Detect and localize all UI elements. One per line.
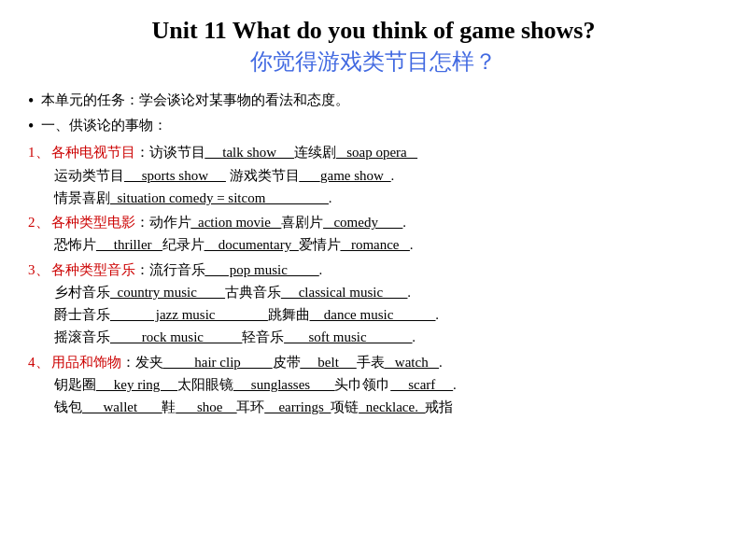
section-3-text-4a: 摇滚音乐	[54, 327, 110, 348]
title-en: Unit 11 What do you think of game shows?	[28, 17, 719, 45]
section-4-text-1c: 手表	[357, 352, 385, 373]
section-2-num: 2、	[28, 212, 49, 233]
section-3-row-2: 乡村音乐 _country music____ 古典音乐 __ classica…	[28, 282, 719, 303]
section-3-countrymusic: _country music____	[110, 282, 225, 303]
section-1-sitcom: _situation comedy = sitcom_________	[110, 188, 329, 209]
section-1-row-2: 运动类节目__ sports show __ 游戏类节目___game show…	[28, 165, 719, 187]
section-4-text-2a: 钥匙圈	[54, 374, 96, 396]
section-4-row-1: 4、用品和饰物：发夹____ hair clip ____ 皮带 __ belt…	[28, 352, 719, 373]
section-4-sunglasses: __ sunglasses ___	[233, 374, 334, 396]
section-3-text-2c: .	[407, 282, 411, 303]
section-4-text-3c: 耳环	[236, 397, 264, 418]
section-3-label: 各种类型音乐	[51, 259, 135, 281]
section-4-text-3a: 钱包	[54, 397, 82, 418]
section-1-gameshow: ___game show_	[300, 165, 391, 187]
section-1-row-3: 情景喜剧_situation comedy = sitcom_________.	[28, 188, 719, 209]
section-3-jazzmusic: ______ jazz music _______	[110, 304, 268, 326]
section-4-text-2d: .	[453, 374, 457, 396]
section-2-documentary: __documentary_	[204, 234, 299, 256]
section-2-romance: _ romance _	[341, 234, 410, 256]
section-4-hairclip: ____ hair clip ____	[163, 352, 273, 373]
section-2-text-1b: 喜剧片	[281, 212, 323, 233]
bullet-text-2: 一、供谈论的事物：	[41, 115, 167, 136]
section-4-text-2b: 太阳眼镜	[177, 374, 233, 396]
bullet-text-1: 本单元的任务：学会谈论对某事物的看法和态度。	[41, 90, 349, 111]
section-2-text-2a: 恐怖片	[54, 234, 96, 256]
section-1-text-3a: 情景喜剧	[54, 188, 110, 209]
section-1-row-1: 1、各种电视节目：访谈节目__ talk show __连续剧_ soap op…	[28, 142, 719, 163]
section-3-text-3a: 爵士音乐	[54, 304, 110, 326]
section-3-colon: ：	[135, 259, 149, 281]
section-3-text-4b: 轻音乐	[242, 327, 284, 348]
section-3-text-1a: 流行音乐	[149, 259, 205, 281]
section-1-label: 各种电视节目	[51, 142, 135, 163]
section-3: 3、各种类型音乐：流行音乐___ pop music ____. 乡村音乐 _c…	[28, 259, 719, 349]
section-4-scarf: __ scarf __	[390, 374, 453, 396]
section-3-text-2b: 古典音乐	[225, 282, 281, 303]
section-2-text-2d: .	[410, 234, 414, 256]
section-2-text-1a: 动作片	[149, 212, 191, 233]
section-3-rockmusic: ____ rock music _____	[110, 327, 242, 348]
section-2-label: 各种类型电影	[51, 212, 135, 233]
section-3-text-4c: .	[412, 327, 416, 348]
section-1-text-2b: 游戏类节目	[226, 165, 300, 187]
section-3-dancemusic: __dance music______	[310, 304, 436, 326]
bullet-item-2: • 一、供谈论的事物：	[28, 115, 719, 138]
section-2-text-2c: 爱情片	[299, 234, 341, 256]
section-4-row-2: 钥匙圈 __ key ring __太阳眼镜 __ sunglasses ___…	[28, 374, 719, 396]
section-4-earrings: __earrings_	[264, 397, 331, 418]
section-3-row-1: 3、各种类型音乐：流行音乐___ pop music ____.	[28, 259, 719, 281]
section-4-belt: __ belt __	[301, 352, 357, 373]
section-1-soapopera: _ soap opera _	[336, 142, 417, 163]
section-2-text-1c: .	[402, 212, 406, 233]
section-4-shoe: ___shoe__	[176, 397, 236, 418]
section-4-text-1b: 皮带	[273, 352, 301, 373]
section-4-keyring: __ key ring __	[96, 374, 177, 396]
section-4: 4、用品和饰物：发夹____ hair clip ____ 皮带 __ belt…	[28, 352, 719, 419]
section-1-text-2c: .	[390, 165, 394, 187]
section-2-actionmovie: _action movie _	[191, 212, 282, 233]
section-4-text-2c: 头巾领巾	[334, 374, 390, 396]
bullet-section: • 本单元的任务：学会谈论对某事物的看法和态度。 • 一、供谈论的事物：	[28, 90, 719, 138]
section-4-row-3: 钱包___wallet ___鞋___shoe__ 耳环__earrings_ …	[28, 397, 719, 418]
section-2-comedy: _ comedy ___	[323, 212, 402, 233]
section-4-text-1a: 发夹	[135, 352, 163, 373]
section-2-row-1: 2、各种类型电影：动作片_action movie _喜剧片_ comedy _…	[28, 212, 719, 233]
section-4-necklace: _necklace._	[359, 397, 425, 418]
section-3-text-3c: .	[435, 304, 439, 326]
section-1-text-1b: 连续剧	[294, 142, 336, 163]
section-4-watch: _ watch _	[385, 352, 439, 373]
section-4-text-1d: .	[439, 352, 443, 373]
bullet-item-1: • 本单元的任务：学会谈论对某事物的看法和态度。	[28, 90, 719, 113]
section-4-wallet: ___wallet ___	[82, 397, 162, 418]
section-2-thriller: __ thriller _	[96, 234, 162, 256]
section-4-text-3e: 戒指	[425, 397, 453, 418]
section-3-softmusic: ___ soft music ______	[284, 327, 412, 348]
section-3-text-1b: .	[319, 259, 323, 281]
section-1-num: 1、	[28, 142, 49, 163]
section-4-colon: ：	[121, 352, 135, 373]
section-1-talkshow: __ talk show __	[205, 142, 294, 163]
bullet-dot-1: •	[28, 90, 34, 113]
section-1-colon: ：	[135, 142, 149, 163]
section-4-num: 4、	[28, 352, 49, 373]
section-1-text-3b: .	[329, 188, 332, 209]
section-1-text-1a: 访谈节目	[149, 142, 205, 163]
section-2: 2、各种类型电影：动作片_action movie _喜剧片_ comedy _…	[28, 212, 719, 257]
section-4-text-3b: 鞋	[162, 397, 176, 418]
section-2-text-2b: 纪录片	[162, 234, 204, 256]
section-2-colon: ：	[135, 212, 149, 233]
section-3-text-3b: 跳舞曲	[268, 304, 310, 326]
section-1-sportsshow: __ sports show __	[124, 165, 226, 187]
section-1: 1、各种电视节目：访谈节目__ talk show __连续剧_ soap op…	[28, 142, 719, 209]
title-cn: 你觉得游戏类节目怎样？	[28, 47, 719, 77]
section-4-label: 用品和饰物	[51, 352, 121, 373]
section-3-text-2a: 乡村音乐	[54, 282, 110, 303]
section-3-classicalmusic: __ classical music ___	[281, 282, 407, 303]
section-4-text-3d: 项链	[331, 397, 359, 418]
section-1-text-2a: 运动类节目	[54, 165, 124, 187]
bullet-dot-2: •	[28, 115, 34, 138]
section-3-row-4: 摇滚音乐____ rock music _____ 轻音乐___ soft mu…	[28, 327, 719, 348]
section-3-popmusic: ___ pop music ____	[205, 259, 319, 281]
section-3-row-3: 爵士音乐______ jazz music _______ 跳舞曲__dance…	[28, 304, 719, 326]
